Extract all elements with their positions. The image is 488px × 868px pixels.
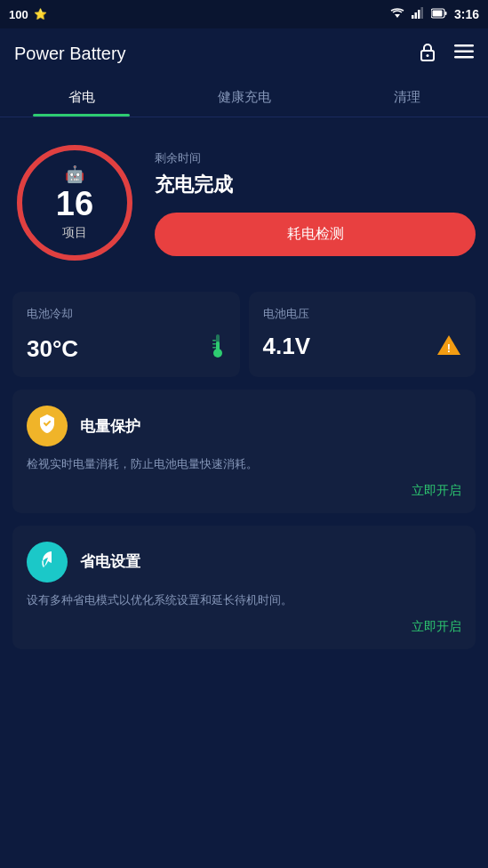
card-battery-voltage: 电池电压 4.1V ! xyxy=(249,292,476,377)
card-battery-cooling: 电池冷却 30°C xyxy=(12,292,240,377)
feature-card-settings: 省电设置 设有多种省电模式以优化系统设置和延长待机时间。 立即开启 xyxy=(12,526,476,649)
leaf-icon xyxy=(36,549,58,575)
card-cooling-value-row: 30°C xyxy=(27,333,226,365)
card-voltage-title: 电池电压 xyxy=(263,306,462,322)
tabs-bar: 省电 健康充电 清理 xyxy=(0,78,488,117)
svg-rect-18 xyxy=(212,340,216,342)
charge-complete-text: 充电完成 xyxy=(155,172,476,198)
status-bar-right: 3:16 xyxy=(390,7,479,21)
card-cooling-title: 电池冷却 xyxy=(27,306,226,322)
tab-save-power[interactable]: 省电 xyxy=(0,78,163,117)
settings-desc: 设有多种省电模式以优化系统设置和延长待机时间。 xyxy=(27,591,461,610)
main-content: 🤖 16 项目 剩余时间 充电完成 耗电检测 电池冷却 30°C xyxy=(0,117,488,649)
right-info: 剩余时间 充电完成 耗电检测 xyxy=(155,150,476,256)
circle-label: 项目 xyxy=(62,225,87,241)
svg-rect-19 xyxy=(212,343,216,345)
svg-rect-1 xyxy=(412,15,414,19)
warning-triangle-icon: ! xyxy=(436,334,461,360)
svg-rect-3 xyxy=(418,10,420,19)
svg-point-17 xyxy=(213,349,222,358)
lock-icon[interactable] xyxy=(419,42,436,66)
svg-rect-6 xyxy=(432,10,442,16)
top-bar-icons xyxy=(419,42,474,66)
tab-healthy-charge[interactable]: 健康充电 xyxy=(163,78,325,117)
svg-rect-4 xyxy=(420,7,423,19)
feature-header-protection: 电量保护 xyxy=(27,406,461,446)
circle-inner: 🤖 16 项目 xyxy=(12,141,137,265)
battery-circle: 🤖 16 项目 xyxy=(12,141,137,265)
svg-rect-2 xyxy=(414,12,417,19)
svg-rect-12 xyxy=(454,56,474,59)
svg-rect-11 xyxy=(454,51,474,53)
detect-button[interactable]: 耗电检测 xyxy=(155,213,476,256)
top-bar: Power Battery xyxy=(0,28,488,78)
status-bar-left: 100 ⭐ xyxy=(9,8,47,21)
svg-rect-10 xyxy=(454,44,474,47)
wifi-icon xyxy=(390,8,404,21)
status-bar: 100 ⭐ 3:1 xyxy=(0,0,488,28)
battery-icon xyxy=(431,8,447,21)
cards-row: 电池冷却 30°C 电池电压 4.1V xyxy=(12,292,476,377)
signal-icon xyxy=(412,7,424,21)
app-title: Power Battery xyxy=(14,44,126,64)
svg-text:!: ! xyxy=(447,342,451,355)
protection-desc: 检视实时电量消耗，防止电池电量快速消耗。 xyxy=(27,455,461,474)
settings-title: 省电设置 xyxy=(80,551,140,572)
svg-marker-0 xyxy=(395,14,400,18)
time-display: 3:16 xyxy=(454,7,479,21)
settings-icon-circle xyxy=(27,542,68,583)
star-icon: ⭐ xyxy=(34,8,47,20)
protection-icon-circle xyxy=(27,406,68,446)
card-voltage-value: 4.1V xyxy=(263,333,311,360)
remaining-label: 剩余时间 xyxy=(155,150,476,166)
robot-icon: 🤖 xyxy=(65,165,84,184)
protection-title: 电量保护 xyxy=(80,416,140,437)
card-cooling-value: 30°C xyxy=(27,335,78,363)
card-voltage-value-row: 4.1V ! xyxy=(263,333,462,360)
app-status-icon: 100 xyxy=(9,8,28,21)
tab-clean[interactable]: 清理 xyxy=(325,78,488,117)
menu-icon[interactable] xyxy=(454,44,474,62)
top-section: 🤖 16 项目 剩余时间 充电完成 耗电检测 xyxy=(12,126,476,279)
shield-icon xyxy=(36,413,58,439)
svg-rect-20 xyxy=(212,347,216,349)
feature-card-protection: 电量保护 检视实时电量消耗，防止电池电量快速消耗。 立即开启 xyxy=(12,390,476,513)
svg-point-9 xyxy=(427,54,429,57)
svg-rect-7 xyxy=(444,12,446,15)
feature-header-settings: 省电设置 xyxy=(27,542,461,583)
protection-action[interactable]: 立即开启 xyxy=(27,483,461,499)
settings-action[interactable]: 立即开启 xyxy=(27,619,461,635)
circle-number: 16 xyxy=(56,186,93,223)
thermometer-icon xyxy=(210,333,226,365)
